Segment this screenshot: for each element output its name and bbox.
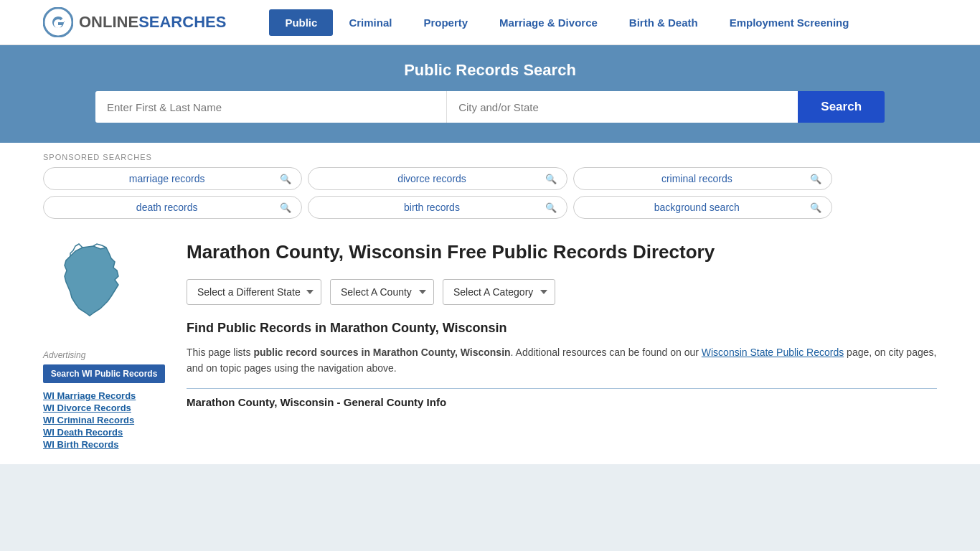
find-title: Find Public Records in Marathon County, … — [187, 321, 937, 336]
nav-employment[interactable]: Employment Screening — [714, 9, 865, 36]
body-text-2: . Additional resources can be found on o… — [511, 347, 702, 358]
tag-birth-text: birth records — [319, 202, 545, 213]
ad-button[interactable]: Search WI Public Records — [43, 364, 165, 383]
location-input[interactable] — [447, 91, 798, 123]
wisconsin-map-icon — [43, 240, 136, 334]
search-icon-5: 🔍 — [545, 202, 557, 213]
wi-map — [43, 240, 165, 336]
tag-background-search[interactable]: background search 🔍 — [573, 196, 832, 219]
tag-death-records[interactable]: death records 🔍 — [43, 196, 302, 219]
search-icon-3: 🔍 — [810, 174, 821, 184]
advertising-label: Advertising — [43, 350, 165, 360]
sidebar-link-birth[interactable]: WI Birth Records — [43, 439, 165, 450]
nav-birth-death[interactable]: Birth & Death — [613, 9, 714, 36]
nav-public[interactable]: Public — [269, 9, 333, 36]
county-info-title: Marathon County, Wisconsin - General Cou… — [187, 396, 937, 408]
search-icon-4: 🔍 — [280, 202, 291, 213]
nav-criminal[interactable]: Criminal — [333, 9, 407, 36]
section-divider — [187, 388, 937, 389]
page-title: Marathon County, Wisconsin Free Public R… — [187, 240, 937, 265]
tag-background-text: background search — [584, 202, 810, 213]
sponsored-section: SPONSORED SEARCHES marriage records 🔍 di… — [0, 143, 980, 226]
left-sidebar: Advertising Search WI Public Records WI … — [43, 240, 165, 450]
logo-icon — [43, 7, 73, 37]
state-dropdown[interactable]: Select a Different State — [187, 279, 321, 305]
wi-records-link[interactable]: Wisconsin State Public Records — [702, 347, 844, 358]
logo-text: ONLINESEARCHES — [79, 13, 226, 32]
sidebar-link-criminal[interactable]: WI Criminal Records — [43, 415, 165, 425]
body-text-bold: public record sources in Marathon County… — [253, 347, 510, 358]
tag-birth-records[interactable]: birth records 🔍 — [308, 196, 567, 219]
logo-searches: SEARCHES — [138, 13, 226, 31]
sidebar-link-death[interactable]: WI Death Records — [43, 427, 165, 438]
tag-criminal-text: criminal records — [584, 173, 810, 184]
sidebar-link-marriage[interactable]: WI Marriage Records — [43, 390, 165, 401]
tag-marriage-records[interactable]: marriage records 🔍 — [43, 167, 302, 190]
tag-death-text: death records — [54, 202, 280, 213]
tag-divorce-records[interactable]: divorce records 🔍 — [308, 167, 567, 190]
search-icon-6: 🔍 — [810, 202, 821, 213]
search-tags-grid: marriage records 🔍 divorce records 🔍 cri… — [43, 167, 832, 219]
logo-online: ONLINE — [79, 13, 138, 31]
logo: ONLINESEARCHES — [43, 7, 226, 37]
body-text-1: This page lists — [187, 347, 253, 358]
banner-title: Public Records Search — [43, 61, 937, 80]
nav-property[interactable]: Property — [407, 9, 484, 36]
county-dropdown[interactable]: Select A County — [330, 279, 434, 305]
main-nav: Public Criminal Property Marriage & Divo… — [269, 9, 864, 36]
sidebar-links: WI Marriage Records WI Divorce Records W… — [43, 390, 165, 450]
tag-criminal-records[interactable]: criminal records 🔍 — [573, 167, 832, 190]
search-banner: Public Records Search Search — [0, 45, 980, 143]
name-input[interactable] — [95, 91, 447, 123]
tag-divorce-text: divorce records — [319, 173, 545, 184]
body-paragraph: This page lists public record sources in… — [187, 344, 937, 377]
category-dropdown[interactable]: Select A Category — [443, 279, 555, 305]
header: ONLINESEARCHES Public Criminal Property … — [0, 0, 980, 45]
dropdowns-row: Select a Different State Select A County… — [187, 279, 937, 305]
search-icon-2: 🔍 — [545, 174, 557, 184]
search-button[interactable]: Search — [798, 91, 885, 123]
body-area: Advertising Search WI Public Records WI … — [0, 226, 980, 464]
tag-marriage-text: marriage records — [54, 173, 280, 184]
search-icon-1: 🔍 — [280, 174, 291, 184]
sponsored-label: SPONSORED SEARCHES — [43, 153, 937, 161]
nav-marriage-divorce[interactable]: Marriage & Divorce — [484, 9, 613, 36]
right-content: Marathon County, Wisconsin Free Public R… — [187, 240, 937, 450]
search-row: Search — [95, 91, 885, 123]
sidebar-link-divorce[interactable]: WI Divorce Records — [43, 402, 165, 413]
